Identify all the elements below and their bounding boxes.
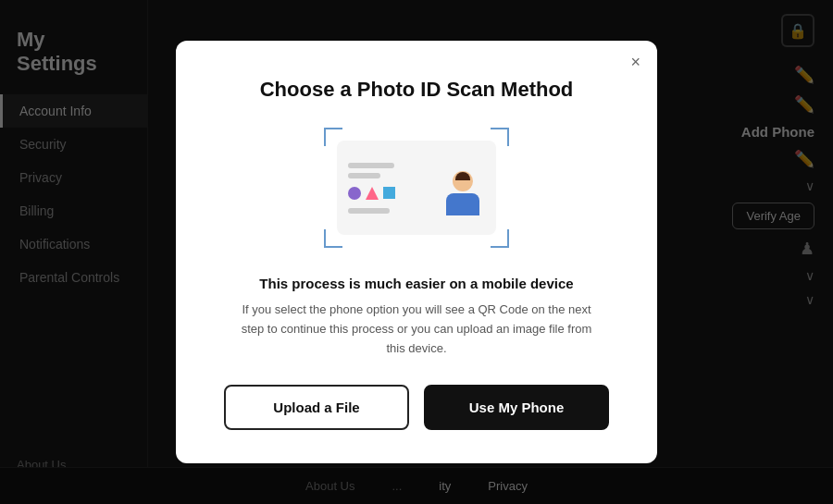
id-card-illustration — [324, 128, 509, 248]
modal-overlay: × Choose a Photo ID Scan Method — [0, 0, 833, 504]
modal-hint-text: If you select the phone option you will … — [241, 301, 592, 358]
shape-line-2 — [348, 173, 380, 178]
shape-row — [348, 187, 395, 200]
modal-close-button[interactable]: × — [630, 54, 640, 70]
modal-buttons: Upload a File Use My Phone — [213, 385, 620, 430]
shape-square — [383, 187, 395, 199]
person-avatar — [441, 160, 485, 215]
person-body — [446, 193, 479, 215]
id-card-shapes — [348, 163, 395, 214]
shape-line-3 — [348, 208, 390, 214]
person-hair — [455, 172, 470, 180]
person-head — [453, 171, 473, 191]
modal-hint-bold: This process is much easier on a mobile … — [259, 276, 573, 291]
modal-title: Choose a Photo ID Scan Method — [260, 78, 574, 102]
shape-circle — [348, 187, 361, 200]
modal: × Choose a Photo ID Scan Method — [176, 41, 657, 462]
shape-triangle — [366, 187, 379, 200]
use-my-phone-button[interactable]: Use My Phone — [424, 385, 609, 430]
upload-file-button[interactable]: Upload a File — [224, 385, 409, 430]
shape-line-1 — [348, 163, 394, 168]
id-card-inner — [337, 141, 496, 235]
